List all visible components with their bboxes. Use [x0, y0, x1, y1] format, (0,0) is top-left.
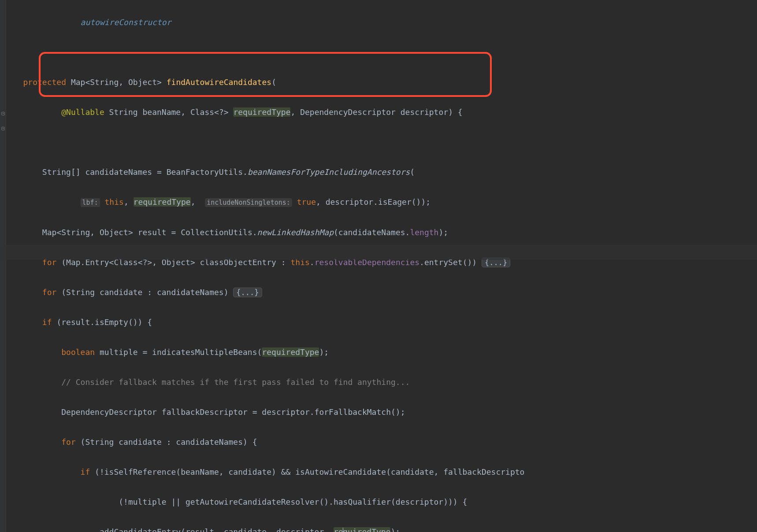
method-name: findAutowireCandidates: [167, 78, 271, 87]
blank-line[interactable]: [9, 45, 757, 60]
code-line[interactable]: autowireConstructor: [9, 15, 757, 30]
fold-marker-icon[interactable]: +: [1, 112, 5, 115]
annotation: @Nullable: [61, 107, 104, 117]
parameter-highlight: requiredType: [134, 197, 191, 207]
code-line[interactable]: for (Map.Entry<Class<?>, Object> classOb…: [9, 255, 757, 270]
code-line[interactable]: String[] candidateNames = BeanFactoryUti…: [9, 165, 757, 180]
folded-block[interactable]: {...}: [233, 288, 262, 297]
fold-marker-icon[interactable]: +: [1, 127, 5, 130]
code-line[interactable]: lbf: this, requiredType, includeNonSingl…: [9, 195, 757, 210]
code-line[interactable]: for (String candidate : candidateNames) …: [9, 285, 757, 300]
code-editor[interactable]: autowireConstructor protected Map<String…: [0, 0, 757, 532]
code-line[interactable]: addCandidateEntry(result, candidate, des…: [9, 525, 757, 532]
static-method-call: beanNamesForTypeIncludingAncestors: [248, 167, 410, 177]
blank-line[interactable]: [9, 135, 757, 150]
code-line[interactable]: @Nullable String beanName, Class<?> requ…: [9, 105, 757, 120]
parameter-hint: lbf:: [81, 198, 100, 207]
code-line[interactable]: // Consider fallback matches if the firs…: [9, 375, 757, 390]
editor-gutter[interactable]: + +: [0, 0, 6, 532]
code-line[interactable]: for (String candidate : candidateNames) …: [9, 435, 757, 450]
code-line[interactable]: if (!isSelfReference(beanName, candidate…: [9, 465, 757, 480]
parameter-highlight: requiredType: [334, 527, 391, 532]
keyword: protected: [23, 78, 67, 87]
identifier-link[interactable]: autowireConstructor: [81, 18, 171, 27]
comment: // Consider fallback matches if the firs…: [61, 377, 410, 387]
folded-block[interactable]: {...}: [482, 258, 510, 267]
static-method-call: newLinkedHashMap: [257, 228, 334, 237]
parameter-hint: includeNonSingletons:: [205, 198, 292, 207]
code-line[interactable]: Map<String, Object> result = CollectionU…: [9, 225, 757, 240]
code-line[interactable]: if (result.isEmpty()) {: [9, 315, 757, 330]
code-line[interactable]: boolean multiple = indicatesMultipleBean…: [9, 345, 757, 360]
code-line[interactable]: DependencyDescriptor fallbackDescriptor …: [9, 405, 757, 420]
parameter-highlight: requiredType: [262, 347, 319, 357]
code-line[interactable]: (!multiple || getAutowireCandidateResolv…: [9, 495, 757, 510]
code-line[interactable]: protected Map<String, Object> findAutowi…: [9, 75, 757, 90]
parameter-highlight: requiredType: [233, 107, 290, 117]
